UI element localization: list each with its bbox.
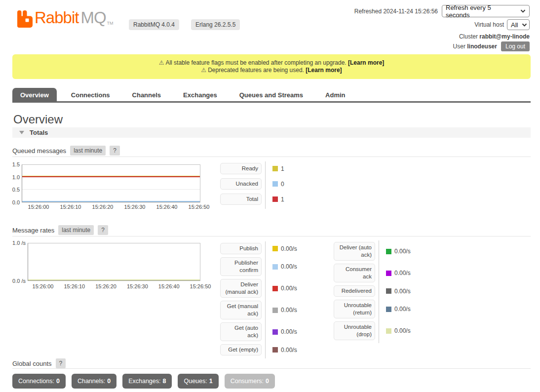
legend-row-unroutable-return: Unroutable (return) 0.00/s xyxy=(334,300,411,318)
page-title: Overview xyxy=(13,113,63,126)
legend-divider xyxy=(265,161,266,209)
cluster-label: Cluster xyxy=(459,33,478,40)
banner-line-2: ⚠Deprecated features are being used. [Le… xyxy=(201,67,342,74)
total-swatch xyxy=(272,196,278,202)
totals-section-header[interactable]: Totals xyxy=(12,127,531,138)
queued-chart-y-axis: 1.51.00.50.0 xyxy=(2,164,20,202)
legend-label: Unroutable (return) xyxy=(334,300,375,318)
rabbitmq-logo[interactable]: RabbitMQ TM xyxy=(17,9,114,28)
connections-count-button[interactable]: Connections:0 xyxy=(12,374,66,389)
section-divider xyxy=(12,368,531,369)
ready-value: 1 xyxy=(281,165,284,172)
consumer-ack-swatch xyxy=(386,271,391,276)
legend-label: Total xyxy=(220,194,262,205)
x-tick-label: 15:26:50 xyxy=(186,283,215,289)
gridline xyxy=(22,189,200,190)
exchanges-count-value: 8 xyxy=(163,378,166,385)
tab-channels[interactable]: Channels xyxy=(124,88,169,101)
rates-range-badge[interactable]: last minute xyxy=(58,225,94,235)
tabs-underline xyxy=(12,101,531,103)
message-rates-title-row: Message rates last minute ? xyxy=(12,225,108,235)
virtual-host-select[interactable]: All xyxy=(507,19,530,30)
x-tick-label: 15:26:00 xyxy=(24,204,53,210)
channels-count-value: 0 xyxy=(107,378,111,385)
version-badges: RabbitMQ 4.0.4 Erlang 26.2.5.5 xyxy=(129,19,240,30)
unacked-swatch xyxy=(272,181,278,187)
learn-more-link-1[interactable]: [Learn more] xyxy=(348,59,384,66)
rates-chart-x-axis: 15:26:0015:26:1015:26:2015:26:3015:26:40… xyxy=(28,283,215,289)
global-counts-title: Global counts xyxy=(12,360,52,367)
rabbitmq-version-badge: RabbitMQ 4.0.4 xyxy=(129,19,179,30)
y-tick-label: 1.0 xyxy=(12,174,20,180)
publisher-confirm-swatch xyxy=(272,264,278,270)
warning-icon: ⚠ xyxy=(159,59,164,66)
redelivered-swatch xyxy=(386,288,391,294)
learn-more-link-2[interactable]: [Learn more] xyxy=(306,67,342,74)
tab-overview[interactable]: Overview xyxy=(12,88,57,101)
consumers-count-button: Consumers:0 xyxy=(225,374,275,389)
channels-count-button[interactable]: Channels:0 xyxy=(72,374,116,389)
queues-count-button[interactable]: Queues:1 xyxy=(178,374,218,389)
legend-row-get-manual-ack: Get (manual ack) 0.00/s xyxy=(220,301,297,319)
collapse-triangle-icon xyxy=(19,131,24,134)
global-counts-help-icon[interactable]: ? xyxy=(56,358,66,368)
legend-row-deliver-manual-ack: Deliver (manual ack) 0.00/s xyxy=(220,279,297,298)
tab-connections[interactable]: Connections xyxy=(63,88,118,101)
y-tick-label: 1.0 /s xyxy=(12,240,26,246)
exchanges-count-button[interactable]: Exchanges:8 xyxy=(122,374,172,389)
y-tick-label: 0.0 /s xyxy=(12,278,26,284)
unroutable-drop-rate: 0.00/s xyxy=(394,327,411,334)
legend-divider xyxy=(265,241,266,358)
tab-admin[interactable]: Admin xyxy=(317,88,353,101)
main-nav-tabs: Overview Connections Channels Exchanges … xyxy=(12,88,353,101)
legend-row-unroutable-drop: Unroutable (drop) 0.00/s xyxy=(334,321,411,340)
logout-button[interactable]: Log out xyxy=(501,41,530,51)
x-tick-label: 15:26:10 xyxy=(60,283,89,289)
message-rates-legend-right: Deliver (auto ack) 0.00/s Consumer ack 0… xyxy=(334,242,411,343)
queued-messages-title-row: Queued messages last minute ? xyxy=(12,146,120,156)
message-rates-chart xyxy=(28,243,200,281)
virtual-host-row: Virtual host All xyxy=(474,19,530,30)
tab-queues-and-streams[interactable]: Queues and Streams xyxy=(231,88,311,101)
queued-help-icon[interactable]: ? xyxy=(110,146,120,156)
legend-row-publisher-confirm: Publisher confirm 0.00/s xyxy=(220,257,297,276)
x-tick-label: 15:26:10 xyxy=(56,204,85,210)
refresh-interval-value: Refresh every 5 seconds xyxy=(446,4,516,19)
publish-rate: 0.00/s xyxy=(281,245,297,252)
consumer-ack-rate: 0.00/s xyxy=(394,270,411,276)
redelivered-rate: 0.00/s xyxy=(394,288,411,295)
series-line-total xyxy=(22,176,200,177)
rabbitmq-overview-page: RabbitMQ TM RabbitMQ 4.0.4 Erlang 26.2.5… xyxy=(0,0,540,392)
legend-label: Unroutable (drop) xyxy=(334,321,375,340)
get-auto-ack-swatch xyxy=(272,329,278,335)
get-empty-swatch xyxy=(272,347,278,353)
rates-help-icon[interactable]: ? xyxy=(98,225,108,235)
chevron-down-icon xyxy=(520,9,526,13)
x-tick-label: 15:26:40 xyxy=(152,204,182,210)
refreshed-timestamp: Refreshed 2024-11-24 15:26:56 xyxy=(354,8,438,15)
connections-count-value: 0 xyxy=(56,378,60,385)
queued-messages-chart xyxy=(22,164,200,202)
get-auto-ack-rate: 0.00/s xyxy=(281,328,297,335)
refresh-interval-select[interactable]: Refresh every 5 seconds xyxy=(442,5,530,17)
legend-row-redelivered: Redelivered 0.00/s xyxy=(334,285,411,297)
user-name: linodeuser xyxy=(467,43,497,50)
legend-label: Get (auto ack) xyxy=(220,322,262,341)
consumers-count-label: Consumers: xyxy=(231,378,264,385)
banner-line-2-text: Deprecated features are being used. xyxy=(208,67,304,74)
legend-row-get-empty: Get (empty) 0.00/s xyxy=(220,344,297,355)
cluster-name: rabbit@my-linode xyxy=(479,33,530,40)
rates-chart-y-axis: 1.0 /s0.0 /s xyxy=(4,243,26,281)
legend-row-ready: Ready 1 xyxy=(220,163,284,174)
message-rates-title: Message rates xyxy=(12,227,54,234)
queued-messages-legend: Ready 1 Unacked 0 Total 1 xyxy=(220,163,284,209)
legend-divider xyxy=(379,240,379,343)
deliver-manual-ack-swatch xyxy=(272,286,278,291)
legend-label: Publish xyxy=(220,243,262,254)
queued-range-badge[interactable]: last minute xyxy=(70,146,106,156)
legend-label: Get (empty) xyxy=(220,344,262,355)
tab-exchanges[interactable]: Exchanges xyxy=(175,88,225,101)
unroutable-return-swatch xyxy=(386,307,391,312)
virtual-host-label: Virtual host xyxy=(474,21,504,28)
series-line-unroutable-drop- xyxy=(28,279,200,280)
